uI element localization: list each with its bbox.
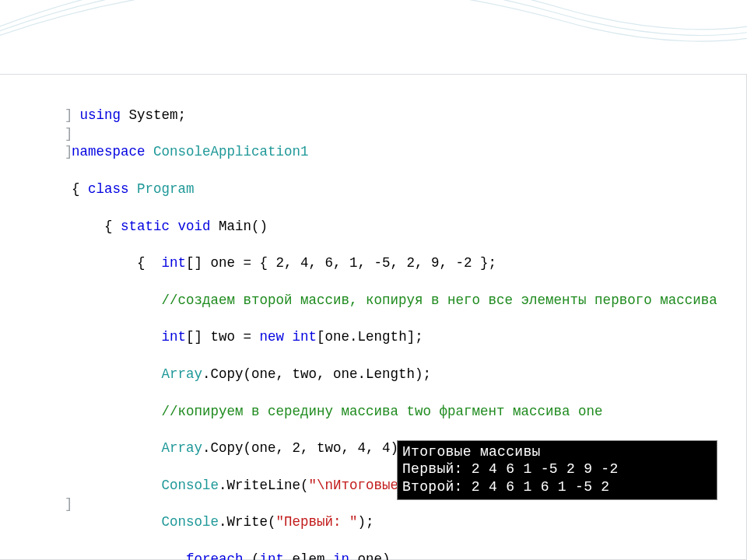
- code-line: foreach (int elem in one): [72, 551, 717, 560]
- code-line: using System;: [72, 107, 717, 125]
- code-line: { int[] one = { 2, 4, 6, 1, -5, 2, 9, -2…: [72, 254, 717, 273]
- code-line: //создаем второй массив, копируя в него …: [72, 292, 717, 310]
- code-line: //копируем в середину массива two фрагме…: [72, 403, 717, 422]
- decorative-swoop: [0, 0, 747, 78]
- code-line: { static void Main(): [72, 218, 717, 236]
- code-line: { class Program: [72, 180, 717, 199]
- console-output: Итоговые массивы Первый: 2 4 6 1 -5 2 9 …: [397, 440, 717, 501]
- code-line: namespace ConsoleApplication1: [72, 143, 717, 162]
- code-line: int[] two = new int[one.Length];: [72, 328, 717, 347]
- code-line: Console.Write("Первый: ");: [72, 513, 717, 532]
- code-line: Array.Copy(one, two, one.Length);: [72, 366, 717, 384]
